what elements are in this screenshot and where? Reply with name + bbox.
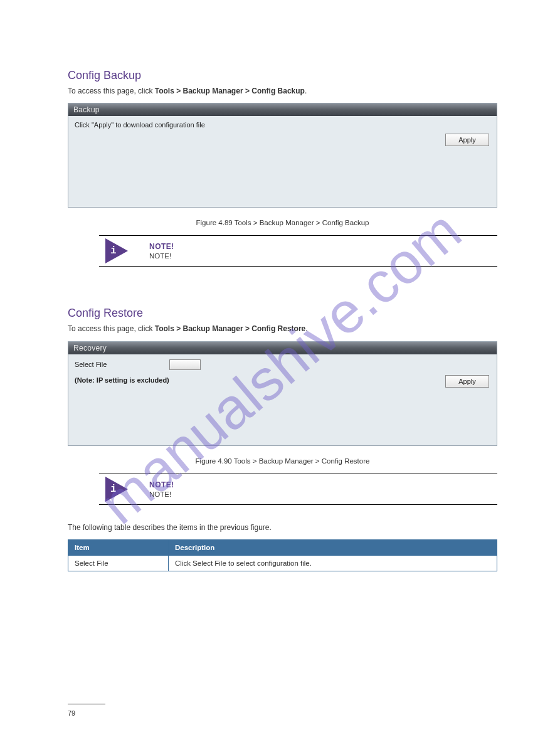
note-text-backup: NOTE! (149, 252, 497, 260)
note-i-glyph: i (110, 245, 117, 257)
description-table: Item Description Select File Click Selec… (68, 539, 497, 571)
td-desc: Click Select File to select configuratio… (169, 556, 497, 571)
intro-b-c: . (305, 324, 307, 333)
intro-b-b: Tools > Backup Manager > Config Restore (155, 324, 306, 333)
section-title-restore: Config Restore (68, 307, 497, 320)
backup-desc: Click "Apply" to download configuration … (75, 121, 490, 129)
intro-c: . (305, 87, 307, 95)
backup-panel-body: Click "Apply" to download configuration … (68, 116, 497, 207)
apply-button-recovery[interactable]: Apply (445, 375, 489, 388)
table-header-row: Item Description (68, 540, 497, 556)
recovery-note: (Note: IP setting is excluded) (75, 376, 490, 384)
section-title-backup: Config Backup (68, 69, 497, 82)
footer-line (68, 704, 105, 704)
select-file-label: Select File (75, 361, 107, 368)
note-title-backup: NOTE! (149, 242, 497, 251)
select-file-button[interactable] (169, 359, 201, 370)
note-triangle-icon (105, 238, 128, 263)
note-text-restore: NOTE! (149, 490, 497, 498)
apply-wrap-backup: Apply (445, 134, 489, 146)
note-block-restore: i NOTE! NOTE! (99, 474, 497, 505)
backup-panel-header: Backup (68, 103, 497, 116)
figure-caption-backup: Figure 4.89 Tools > Backup Manager > Con… (68, 219, 497, 226)
note-block-backup: i NOTE! NOTE! (99, 235, 497, 267)
note-triangle-icon-b (105, 477, 128, 502)
intro-b: Tools > Backup Manager > Config Backup (155, 87, 305, 95)
note-i-glyph-b: i (110, 484, 117, 495)
intro-a: To access this page, click (68, 87, 155, 95)
figure-caption-recovery: Figure 4.90 Tools > Backup Manager > Con… (68, 457, 497, 465)
th-desc: Description (169, 540, 497, 556)
select-file-row: Select File (75, 359, 490, 370)
table-row: Select File Click Select File to select … (68, 556, 497, 571)
recovery-panel-body: Select File (Note: IP setting is exclude… (68, 354, 497, 445)
spacer (68, 284, 497, 300)
recovery-panel-header: Recovery (68, 342, 497, 354)
th-item: Item (68, 540, 169, 556)
intro-text-restore: To access this page, click Tools > Backu… (68, 324, 497, 334)
table-intro: The following table describes the items … (68, 522, 497, 533)
td-item: Select File (68, 556, 169, 571)
apply-button-backup[interactable]: Apply (445, 134, 489, 146)
intro-b-a: To access this page, click (68, 324, 155, 333)
note-title-restore: NOTE! (149, 480, 497, 489)
recovery-panel: Recovery Select File (Note: IP setting i… (68, 341, 497, 446)
backup-panel: Backup Click "Apply" to download configu… (68, 103, 497, 208)
page-content: Config Backup To access this page, click… (0, 0, 560, 596)
intro-text-backup: To access this page, click Tools > Backu… (68, 86, 497, 97)
page-number: 79 (68, 709, 75, 717)
apply-wrap-recovery: Apply (445, 375, 489, 388)
